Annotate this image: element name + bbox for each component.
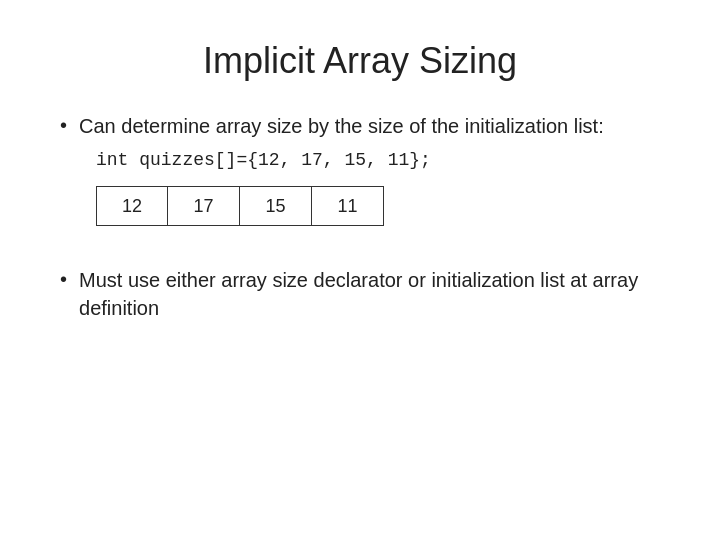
bullet-text-1: Can determine array size by the size of … xyxy=(79,112,604,140)
code-block: int quizzes[]={12, 17, 15, 11}; xyxy=(96,150,660,170)
bullet-dot-1: • xyxy=(60,114,67,137)
bullet-item-1: • Can determine array size by the size o… xyxy=(60,112,660,140)
slide: Implicit Array Sizing • Can determine ar… xyxy=(0,0,720,540)
bullet-dot-2: • xyxy=(60,268,67,291)
array-visual: 12 17 15 11 xyxy=(96,186,660,226)
array-cell-0: 12 xyxy=(96,186,168,226)
array-cell-2: 15 xyxy=(240,186,312,226)
bullet-section-2: • Must use either array size declarator … xyxy=(60,266,660,332)
bullet-item-2: • Must use either array size declarator … xyxy=(60,266,660,322)
array-cell-1: 17 xyxy=(168,186,240,226)
slide-title: Implicit Array Sizing xyxy=(60,40,660,82)
bullet-text-2: Must use either array size declarator or… xyxy=(79,266,660,322)
array-cell-3: 11 xyxy=(312,186,384,226)
bullet-section-1: • Can determine array size by the size o… xyxy=(60,112,660,246)
